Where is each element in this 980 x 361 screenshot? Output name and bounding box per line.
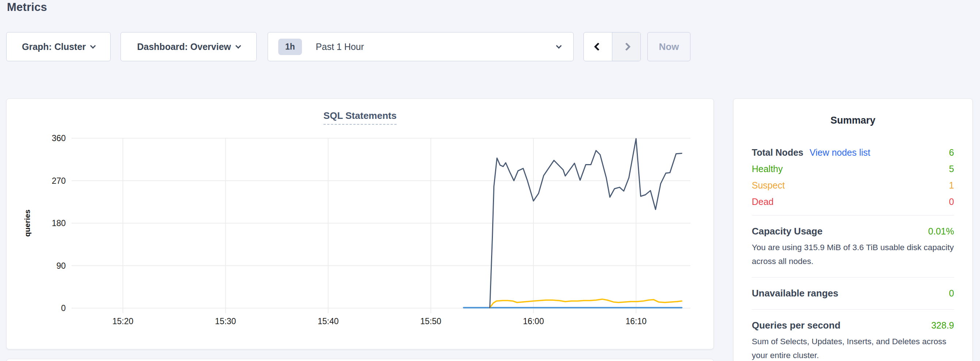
time-range-dropdown[interactable]: 1h Past 1 Hour bbox=[268, 32, 574, 61]
graph-dropdown-label: Graph: Cluster bbox=[22, 41, 86, 52]
chart-title[interactable]: SQL Statements bbox=[323, 110, 396, 125]
next-chart-card bbox=[6, 359, 714, 361]
time-step-back-button[interactable] bbox=[584, 32, 612, 61]
time-step-forward-button[interactable] bbox=[612, 32, 640, 61]
time-range-badge: 1h bbox=[278, 39, 302, 55]
healthy-value: 5 bbox=[949, 161, 954, 177]
queries-per-second-description: Sum of Selects, Updates, Inserts, and De… bbox=[752, 335, 954, 361]
metrics-page: Metrics Graph: Cluster Dashboard: Overvi… bbox=[0, 0, 980, 361]
time-step-buttons bbox=[584, 32, 641, 61]
sql-statements-chart-card: 15:2015:3015:4015:5016:0016:100901802703… bbox=[6, 98, 714, 349]
queries-per-second-label: Queries per second bbox=[752, 319, 840, 332]
capacity-usage-label: Capacity Usage bbox=[752, 225, 822, 238]
series-line-yellow bbox=[490, 299, 682, 307]
chevron-down-icon bbox=[556, 43, 562, 49]
y-tick-label: 90 bbox=[56, 261, 66, 271]
dashboard-dropdown[interactable]: Dashboard: Overview bbox=[121, 32, 257, 61]
y-axis-label: queries bbox=[23, 210, 32, 237]
total-nodes-row: Total Nodes View nodes list 6 bbox=[752, 144, 954, 161]
capacity-usage-section: Capacity Usage 0.01% You are using 315.9… bbox=[752, 225, 954, 268]
sql-statements-chart[interactable]: 15:2015:3015:4015:5016:0016:100901802703… bbox=[6, 99, 713, 349]
unavailable-ranges-label: Unavailable ranges bbox=[752, 287, 838, 300]
suspect-nodes-row: Suspect 1 bbox=[752, 177, 954, 194]
time-range-label: Past 1 Hour bbox=[316, 41, 364, 52]
chevron-down-icon bbox=[235, 43, 241, 49]
divider bbox=[752, 277, 954, 277]
page-title: Metrics bbox=[7, 1, 47, 14]
queries-per-second-section: Queries per second 328.9 Sum of Selects,… bbox=[752, 319, 954, 361]
x-tick-label: 15:50 bbox=[420, 317, 441, 326]
y-tick-label: 360 bbox=[52, 133, 66, 143]
dead-label: Dead bbox=[752, 194, 774, 210]
nodes-block: Total Nodes View nodes list 6 Healthy 5 … bbox=[752, 144, 954, 210]
suspect-value: 1 bbox=[949, 177, 954, 194]
y-tick-label: 0 bbox=[61, 303, 66, 313]
y-tick-label: 180 bbox=[52, 218, 66, 228]
x-tick-label: 15:20 bbox=[113, 317, 134, 326]
total-nodes-value: 6 bbox=[949, 144, 954, 161]
capacity-usage-value: 0.01% bbox=[928, 225, 954, 238]
unavailable-ranges-value: 0 bbox=[949, 287, 954, 300]
summary-title: Summary bbox=[752, 115, 954, 126]
view-nodes-list-link[interactable]: View nodes list bbox=[810, 144, 870, 161]
divider bbox=[752, 215, 954, 215]
capacity-usage-description: You are using 315.9 MiB of 3.6 TiB usabl… bbox=[752, 241, 954, 268]
chevron-left-icon bbox=[594, 43, 602, 51]
divider bbox=[752, 309, 954, 310]
x-tick-label: 15:40 bbox=[318, 317, 339, 326]
y-tick-label: 270 bbox=[52, 176, 66, 185]
total-nodes-label: Total Nodes bbox=[752, 144, 803, 161]
healthy-label: Healthy bbox=[752, 161, 783, 177]
now-button[interactable]: Now bbox=[648, 32, 690, 61]
healthy-nodes-row: Healthy 5 bbox=[752, 161, 954, 177]
x-tick-label: 16:10 bbox=[625, 317, 647, 326]
chart-title-wrap: SQL Statements bbox=[6, 110, 713, 125]
chevron-right-icon bbox=[622, 43, 631, 51]
dashboard-dropdown-label: Dashboard: Overview bbox=[137, 41, 231, 52]
suspect-label: Suspect bbox=[752, 177, 785, 194]
graph-dropdown[interactable]: Graph: Cluster bbox=[6, 32, 111, 61]
dead-value: 0 bbox=[949, 194, 954, 210]
chevron-down-icon bbox=[90, 43, 96, 49]
queries-per-second-value: 328.9 bbox=[931, 319, 954, 332]
dead-nodes-row: Dead 0 bbox=[752, 194, 954, 210]
x-tick-label: 15:30 bbox=[215, 317, 236, 326]
summary-panel: Summary Total Nodes View nodes list 6 He… bbox=[733, 98, 973, 361]
x-tick-label: 16:00 bbox=[523, 317, 544, 326]
unavailable-ranges-section: Unavailable ranges 0 bbox=[752, 287, 954, 300]
